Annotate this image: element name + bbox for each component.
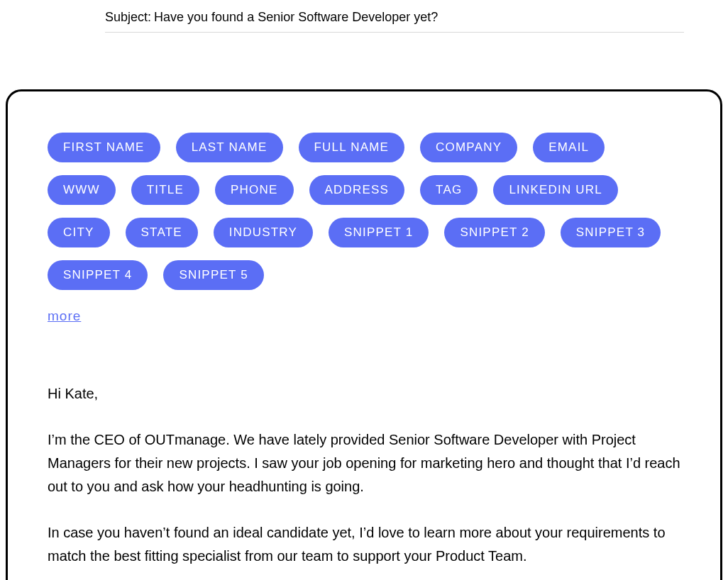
- pill-snippet-4[interactable]: SNIPPET 4: [48, 260, 148, 290]
- pill-phone[interactable]: PHONE: [215, 175, 293, 205]
- pill-title[interactable]: TITLE: [131, 175, 199, 205]
- pill-industry[interactable]: INDUSTRY: [214, 218, 313, 247]
- pill-email[interactable]: EMAIL: [533, 133, 605, 162]
- pill-city[interactable]: CITY: [48, 218, 110, 247]
- pill-snippet-2[interactable]: SNIPPET 2: [444, 218, 544, 247]
- email-paragraph-2: In case you haven’t found an ideal candi…: [48, 521, 680, 568]
- email-greeting: Hi Kate,: [48, 382, 680, 406]
- subject-label: Subject:: [105, 10, 151, 25]
- merge-tags-container: FIRST NAME LAST NAME FULL NAME COMPANY E…: [48, 133, 680, 290]
- pill-first-name[interactable]: FIRST NAME: [48, 133, 160, 162]
- pill-www[interactable]: WWW: [48, 175, 116, 205]
- pill-snippet-5[interactable]: SNIPPET 5: [163, 260, 263, 290]
- pill-full-name[interactable]: FULL NAME: [299, 133, 405, 162]
- subject-bar: Subject: Have you found a Senior Softwar…: [105, 0, 684, 33]
- pill-state[interactable]: STATE: [126, 218, 198, 247]
- pill-last-name[interactable]: LAST NAME: [176, 133, 283, 162]
- subject-text[interactable]: Have you found a Senior Software Develop…: [154, 10, 438, 25]
- pill-tag[interactable]: TAG: [420, 175, 478, 205]
- pill-address[interactable]: ADDRESS: [309, 175, 405, 205]
- pill-company[interactable]: COMPANY: [420, 133, 517, 162]
- more-link[interactable]: more: [48, 308, 81, 324]
- pill-snippet-3[interactable]: SNIPPET 3: [561, 218, 661, 247]
- editor-card: FIRST NAME LAST NAME FULL NAME COMPANY E…: [6, 89, 722, 580]
- email-paragraph-1: I’m the CEO of OUTmanage. We have lately…: [48, 428, 680, 498]
- pill-linkedin-url[interactable]: LINKEDIN URL: [493, 175, 618, 205]
- email-body[interactable]: Hi Kate, I’m the CEO of OUTmanage. We ha…: [48, 382, 680, 568]
- pill-snippet-1[interactable]: SNIPPET 1: [329, 218, 429, 247]
